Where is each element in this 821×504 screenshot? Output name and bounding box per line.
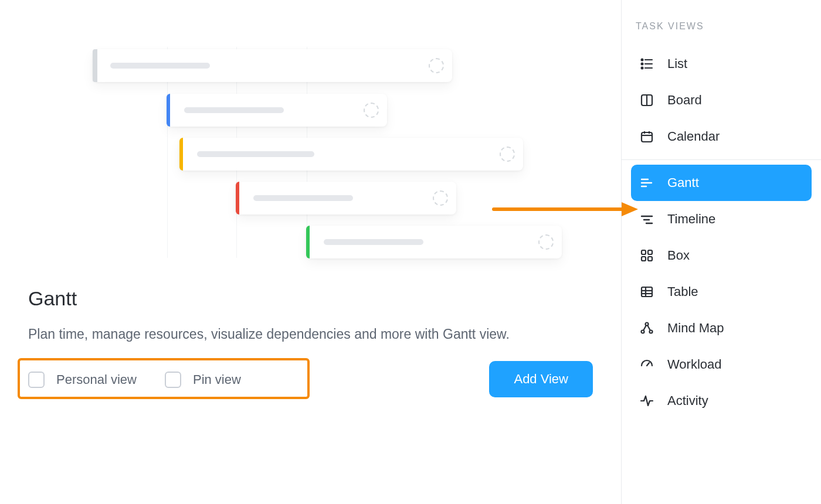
- list-icon: [639, 56, 654, 71]
- sidebar-item-activity[interactable]: Activity: [631, 383, 812, 419]
- workload-icon: [639, 357, 654, 372]
- add-view-button[interactable]: Add View: [489, 361, 593, 397]
- sidebar-item-board[interactable]: Board: [631, 82, 812, 118]
- sidebar-heading: TASK VIEWS: [636, 21, 807, 32]
- task-views-sidebar: TASK VIEWS List Board Calendar Gantt: [622, 0, 821, 504]
- sidebar-item-list[interactable]: List: [631, 46, 812, 82]
- sidebar-item-gantt[interactable]: Gantt: [631, 165, 812, 201]
- svg-line-32: [647, 325, 650, 331]
- svg-line-33: [647, 363, 649, 366]
- view-title: Gantt: [28, 287, 593, 310]
- calendar-icon: [639, 129, 654, 144]
- sidebar-item-table[interactable]: Table: [631, 274, 812, 310]
- sidebar-item-label: Workload: [667, 357, 722, 372]
- gantt-icon: [639, 175, 654, 190]
- personal-view-checkbox[interactable]: Personal view: [28, 372, 137, 388]
- checkbox-icon: [28, 372, 45, 388]
- sidebar-item-label: Timeline: [667, 212, 715, 227]
- gantt-illustration: [28, 47, 593, 258]
- sidebar-item-box[interactable]: Box: [631, 237, 812, 274]
- svg-marker-1: [622, 202, 638, 216]
- svg-line-31: [643, 325, 646, 331]
- checkbox-icon: [165, 372, 181, 388]
- sidebar-item-label: Mind Map: [667, 321, 724, 336]
- svg-rect-21: [648, 250, 652, 254]
- svg-rect-22: [642, 257, 646, 261]
- svg-rect-20: [642, 250, 646, 254]
- mind-map-icon: [639, 321, 654, 336]
- pin-view-checkbox[interactable]: Pin view: [165, 372, 241, 388]
- svg-rect-10: [642, 132, 652, 142]
- view-preview-panel: Gantt Plan time, manage resources, visua…: [0, 0, 621, 504]
- sidebar-item-label: Calendar: [667, 129, 720, 144]
- sidebar-item-timeline[interactable]: Timeline: [631, 201, 812, 237]
- arrow-annotation-icon: [491, 200, 638, 218]
- svg-point-4: [642, 63, 643, 65]
- svg-rect-23: [648, 257, 652, 261]
- svg-point-6: [642, 67, 643, 69]
- gantt-bar: [306, 226, 562, 258]
- sidebar-item-label: Table: [667, 284, 698, 299]
- sidebar-item-label: Box: [667, 248, 690, 263]
- sidebar-item-mind-map[interactable]: Mind Map: [631, 310, 812, 346]
- box-icon: [639, 248, 654, 263]
- sidebar-item-workload[interactable]: Workload: [631, 346, 812, 383]
- sidebar-item-label: List: [667, 56, 687, 71]
- personal-view-label: Personal view: [56, 372, 137, 387]
- activity-icon: [639, 393, 654, 408]
- table-icon: [639, 284, 654, 299]
- board-icon: [639, 93, 654, 108]
- svg-rect-24: [642, 287, 652, 297]
- gantt-bar: [179, 138, 523, 171]
- gantt-bar: [236, 182, 456, 214]
- gantt-bar: [167, 94, 387, 127]
- gantt-bar: [93, 49, 452, 82]
- timeline-icon: [639, 212, 654, 227]
- pin-view-label: Pin view: [193, 372, 241, 387]
- view-description: Plan time, manage resources, visualize d…: [28, 323, 532, 346]
- sidebar-item-label: Activity: [667, 393, 708, 408]
- view-options-row: Personal view Pin view Add View: [28, 368, 593, 391]
- sidebar-item-calendar[interactable]: Calendar: [631, 118, 812, 155]
- sidebar-item-label: Board: [667, 93, 702, 108]
- sidebar-separator: [622, 159, 821, 160]
- svg-point-2: [642, 59, 643, 61]
- sidebar-item-label: Gantt: [667, 175, 699, 190]
